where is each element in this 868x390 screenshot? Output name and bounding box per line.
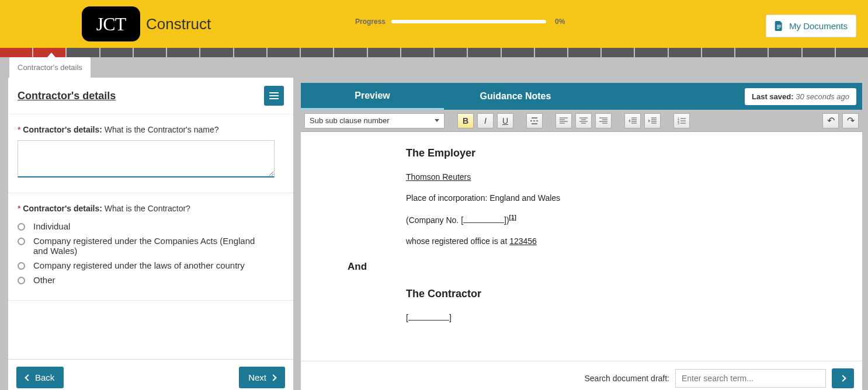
progress-percent: 0% (555, 18, 565, 26)
my-documents-button[interactable]: My Documents (766, 15, 856, 37)
radio-option[interactable]: Company registered under the laws of ano… (18, 258, 284, 273)
company-number-blank (463, 222, 504, 223)
section-segment[interactable] (803, 48, 835, 57)
required-marker: * (18, 204, 20, 213)
radio-option[interactable]: Company registered under the Companies A… (18, 234, 284, 258)
numbered-list-button[interactable]: 123 (673, 113, 690, 128)
paragraph-style-select[interactable]: Sub sub clause number (304, 113, 445, 128)
align-right-button[interactable] (595, 113, 612, 128)
indent-button[interactable] (644, 113, 661, 128)
section-progress-bar (0, 48, 868, 57)
section-segment[interactable] (635, 48, 667, 57)
progress-label: Progress (355, 18, 386, 26)
section-segment[interactable] (334, 48, 366, 57)
chevron-right-icon (270, 374, 276, 381)
search-input[interactable] (675, 369, 826, 388)
search-button[interactable] (832, 368, 854, 388)
contractor-name-blank (408, 320, 449, 321)
employer-name: Thomson Reuters (406, 172, 471, 182)
section-segment[interactable] (669, 48, 701, 57)
app-header: JCT Construct Progress 0% My Documents (0, 0, 868, 48)
brand-logo: JCT (82, 6, 140, 41)
employer-heading: The Employer (406, 147, 862, 159)
italic-icon: I (484, 116, 487, 126)
section-segment[interactable] (735, 48, 768, 57)
document-icon (775, 21, 783, 31)
undo-button[interactable]: ↶ (822, 113, 839, 128)
search-label: Search document draft: (584, 374, 669, 383)
radio-option[interactable]: Individual (18, 219, 284, 234)
page-break-button[interactable] (526, 113, 543, 128)
panel-tab: Contractor's details (9, 57, 91, 78)
next-label: Next (248, 372, 266, 382)
align-center-button[interactable] (575, 113, 592, 128)
back-button[interactable]: Back (16, 367, 64, 388)
question-text: What is the Contractor? (105, 204, 190, 213)
align-left-button[interactable] (555, 113, 572, 128)
next-button[interactable]: Next (239, 367, 285, 388)
underline-button[interactable]: U (497, 113, 513, 128)
section-segment[interactable] (0, 48, 32, 57)
contractor-name-line: [] (406, 313, 862, 322)
redo-button[interactable]: ↷ (842, 113, 859, 128)
section-segment[interactable] (535, 48, 567, 57)
company-number-line: (Company No. [])[1] (406, 214, 862, 225)
section-segment[interactable] (769, 48, 801, 57)
editor-toolbar: Sub sub clause number B I U (301, 110, 862, 132)
section-segment[interactable] (602, 48, 634, 57)
chevron-down-icon (435, 119, 439, 122)
section-segment[interactable] (368, 48, 400, 57)
tab-preview[interactable]: Preview (301, 83, 444, 110)
bold-icon: B (463, 116, 468, 126)
my-documents-label: My Documents (789, 21, 848, 31)
align-center-icon (579, 117, 588, 124)
section-segment[interactable] (100, 48, 133, 57)
italic-button[interactable]: I (477, 113, 494, 128)
section-segment[interactable] (268, 48, 300, 57)
contractor-heading: The Contractor (406, 288, 862, 300)
bold-button[interactable]: B (457, 113, 474, 128)
indent-icon (648, 117, 657, 124)
last-saved-label: Last saved: (752, 92, 794, 101)
progress-bar (391, 20, 546, 23)
section-segment[interactable] (836, 48, 868, 57)
section-segment[interactable] (435, 48, 467, 57)
section-segment[interactable] (502, 48, 534, 57)
last-saved-time: 30 seconds ago (796, 92, 849, 101)
radio-icon (18, 238, 25, 245)
section-segment[interactable] (568, 48, 600, 57)
footnote-ref: [1] (509, 214, 516, 221)
back-label: Back (35, 372, 54, 382)
radio-label: Individual (33, 221, 70, 231)
section-segment[interactable] (702, 48, 734, 57)
required-marker: * (18, 125, 20, 134)
numbered-list-icon: 123 (678, 117, 686, 124)
radio-label: Other (33, 275, 55, 285)
section-segment[interactable] (167, 48, 199, 57)
section-segment[interactable] (67, 48, 99, 57)
outdent-button[interactable] (624, 113, 641, 128)
section-segment[interactable] (468, 48, 500, 57)
section-segment[interactable] (401, 48, 433, 57)
registered-office-value: 123456 (509, 236, 537, 246)
page-break-icon (530, 117, 539, 125)
section-segment[interactable] (234, 48, 266, 57)
question-text: What is the Contractor's name? (105, 125, 219, 134)
radio-option[interactable]: Other (18, 273, 284, 287)
section-segment[interactable] (301, 48, 333, 57)
section-segment[interactable] (134, 48, 166, 57)
style-select-value: Sub sub clause number (310, 116, 390, 125)
radio-label: Company registered under the laws of ano… (33, 260, 245, 270)
contractor-name-input[interactable] (18, 140, 275, 177)
radio-icon (18, 262, 25, 270)
question-block: * Contractor's details: What is the Cont… (8, 193, 293, 301)
panel-title: Contractor's details (18, 90, 116, 102)
question-block: * Contractor's details: What is the Cont… (8, 114, 293, 193)
panel-menu-button[interactable] (264, 86, 284, 106)
tab-guidance-notes[interactable]: Guidance Notes (444, 83, 587, 110)
underline-icon: U (502, 116, 508, 126)
radio-label: Company registered under the Companies A… (33, 236, 255, 256)
align-left-icon (560, 117, 568, 124)
section-segment[interactable] (200, 48, 232, 57)
document-viewport[interactable]: The Employer Thomson Reuters Place of in… (301, 132, 862, 361)
